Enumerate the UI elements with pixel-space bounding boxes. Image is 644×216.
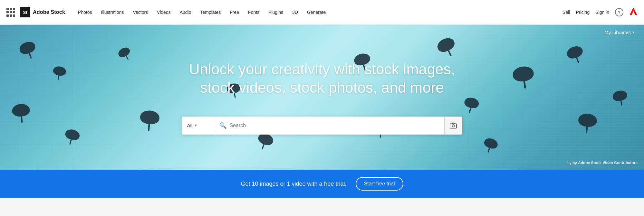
nav-link-illustrations[interactable]: Illustrations: [97, 7, 128, 17]
promo-banner: Get 10 images or 1 video with a free tri…: [0, 170, 644, 198]
search-input[interactable]: [230, 123, 439, 128]
adobe-icon[interactable]: [629, 7, 638, 17]
nav-link-audio[interactable]: Audio: [176, 7, 195, 17]
svg-point-3: [452, 125, 454, 127]
nav-link-templates[interactable]: Templates: [196, 7, 225, 17]
nav-link-plugins[interactable]: Plugins: [264, 7, 287, 17]
start-free-trial-button[interactable]: Start free trial: [356, 177, 403, 191]
nav-link-free[interactable]: Free: [226, 7, 243, 17]
nav-link-vectors[interactable]: Vectors: [129, 7, 152, 17]
navbar: St Adobe Stock PhotosIllustrationsVector…: [0, 0, 644, 25]
nav-link-videos[interactable]: Videos: [153, 7, 175, 17]
chevron-down-icon: ▾: [632, 30, 634, 34]
hero-content: Unlock your creativity with stock images…: [177, 60, 467, 107]
search-bar: All ▾ 🔍: [182, 117, 462, 135]
nav-link-photos[interactable]: Photos: [74, 7, 96, 17]
sell-link[interactable]: Sell: [562, 10, 570, 15]
hero-section: My Libraries ▾ Unlock your creativity wi…: [0, 25, 644, 170]
visual-search-button[interactable]: [444, 117, 462, 135]
adobe-stock-logo[interactable]: St Adobe Stock: [20, 7, 65, 17]
logo-text: Adobe Stock: [33, 9, 65, 15]
chevron-down-icon: ▾: [195, 123, 197, 127]
logo-box: St: [20, 7, 30, 17]
nav-link-fonts[interactable]: Fonts: [244, 7, 263, 17]
search-category-label: All: [187, 123, 193, 128]
hero-title: Unlock your creativity with stock images…: [177, 60, 467, 97]
pricing-link[interactable]: Pricing: [576, 10, 590, 15]
promo-text: Get 10 images or 1 video with a free tri…: [241, 181, 346, 187]
help-icon[interactable]: ?: [615, 8, 623, 16]
grid-menu-icon[interactable]: [6, 8, 15, 17]
search-input-area: 🔍: [214, 117, 444, 135]
nav-links: PhotosIllustrationsVectorsVideosAudioTem…: [74, 7, 562, 17]
search-icon: 🔍: [219, 122, 226, 129]
nav-link-3d[interactable]: 3D: [288, 7, 302, 17]
nav-link-generate[interactable]: Generate: [303, 7, 330, 17]
hero-attribution: by by Adobe Stock Video Contributors: [567, 161, 638, 165]
my-libraries-button[interactable]: My Libraries ▾: [604, 30, 634, 35]
search-category-dropdown[interactable]: All ▾: [182, 117, 214, 135]
nav-right: Sell Pricing Sign in ?: [562, 7, 638, 17]
sign-in-link[interactable]: Sign in: [595, 10, 609, 15]
